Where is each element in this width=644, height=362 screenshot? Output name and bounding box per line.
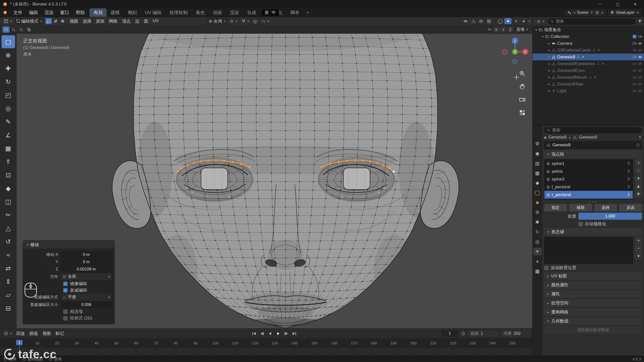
tool-annotate[interactable]: ✎ — [2, 115, 15, 128]
mode-subtract-button[interactable] — [18, 26, 25, 33]
editor-type-button[interactable]: ▾ — [2, 18, 14, 24]
clear-sculpt-mask-button[interactable]: 清除雕刻遮罩数据 — [544, 326, 642, 334]
workspace-tab-3[interactable]: UV 编辑 — [141, 8, 166, 17]
workspace-tab-6[interactable]: 动画 — [209, 8, 226, 17]
panel-重构网格[interactable]: ▸重构网格 — [544, 308, 642, 316]
list-resize-grip[interactable]: ● ● ● — [544, 201, 642, 203]
tool-bevel[interactable]: ◆ — [2, 182, 15, 195]
shield-icon[interactable] — [636, 143, 640, 147]
viewport-menu-2[interactable]: 添加 — [94, 18, 107, 24]
panel-UV 贴图[interactable]: ▸UV 贴图 — [544, 272, 642, 280]
viewport-menu-3[interactable]: 网格 — [107, 18, 120, 24]
tool-cursor[interactable]: ⊕ — [2, 49, 15, 62]
frame-start-field[interactable]: 起始1 — [468, 330, 498, 337]
current-frame-field[interactable]: 1 — [441, 330, 458, 337]
play-reverse-button[interactable] — [266, 330, 274, 337]
timeline-menu-0[interactable]: 回放 — [14, 331, 27, 336]
vg-action-3[interactable]: 弃选 — [619, 204, 642, 211]
pivot-dropdown[interactable]: ▾ — [228, 19, 239, 24]
mode-intersect-button[interactable] — [25, 26, 32, 33]
operator-panel-title[interactable]: ▾移动 — [23, 241, 114, 249]
vertex-group-specials-button[interactable]: ▾ — [635, 175, 642, 182]
pin-icon[interactable] — [638, 135, 642, 139]
shading-material-preview-button[interactable]: ◑ — [512, 18, 519, 24]
outliner-row-Genesis9Eyes[interactable]: ▸Genesis9Eyes — [533, 67, 644, 74]
vertex-group-move-up-button[interactable]: ▲ — [635, 183, 642, 190]
overlays-button[interactable] — [477, 18, 485, 24]
properties-tab-object[interactable]: ■ — [533, 199, 542, 206]
outliner-row-Genesis9Mouth[interactable]: ▸Genesis9Mouth — [533, 74, 644, 81]
menu-4[interactable]: 帮助 — [72, 8, 88, 17]
blender-logo-icon[interactable] — [3, 2, 8, 7]
toggle-投射式 (2D)[interactable] — [63, 316, 68, 321]
falloff-dropdown[interactable]: ▾ — [260, 19, 271, 24]
toggle-衰减编辑[interactable]: ✓ — [63, 288, 68, 293]
tool-shear[interactable]: ▱ — [2, 288, 15, 301]
tool-transform[interactable]: ◎ — [2, 102, 15, 115]
minimize-button[interactable]: ─ — [591, 0, 609, 8]
mode-extend-button[interactable] — [10, 26, 17, 33]
vertex-group-row[interactable]: ▤l_pectoral — [544, 183, 633, 191]
tool-rip-region[interactable]: ⊟ — [2, 302, 15, 315]
viewport-menu-4[interactable]: 顶点 — [120, 18, 133, 24]
workspace-tab-0[interactable]: 布局 — [90, 8, 107, 17]
timeline-menu-1[interactable]: 插值 — [27, 331, 40, 336]
panel-纹理空间[interactable]: ▸纹理空间 — [544, 299, 642, 307]
properties-tab-modifiers[interactable]: ⚙ — [533, 208, 542, 216]
vertex-group-row[interactable]: ▤pelvis — [544, 167, 633, 175]
mode-new-button[interactable] — [3, 26, 10, 33]
shape-key-specials-button[interactable]: ▾ — [635, 253, 642, 259]
outliner-row-Light[interactable]: ▸Light — [533, 87, 644, 94]
timeline-menu-2[interactable]: 视图 — [40, 331, 53, 336]
frame-end-field[interactable]: 结束250 — [501, 330, 530, 337]
workspace-tab-7[interactable]: 渲染 — [226, 8, 243, 17]
properties-tab-data[interactable]: ▼ — [533, 248, 542, 255]
properties-tab-view-layer[interactable]: ▦ — [533, 169, 542, 177]
hand-button[interactable] — [518, 82, 527, 91]
xray-button[interactable] — [485, 18, 492, 24]
vertex-group-add-button[interactable]: + — [635, 159, 642, 166]
gizmo-button[interactable] — [470, 18, 477, 24]
properties-tab-output[interactable]: ▤ — [533, 159, 542, 167]
shape-key-add-button[interactable]: + — [635, 237, 642, 244]
falloff-select[interactable]: 平滑▾ — [61, 294, 112, 301]
outliner-row-G9EyebrowCards[interactable]: ▸G9EyebrowCards — [533, 47, 644, 54]
toggle-镜像编辑[interactable]: ✓ — [63, 282, 68, 286]
id-name-field[interactable]: Genesis9 — [544, 141, 642, 149]
jump-start-button[interactable] — [250, 330, 258, 337]
timeline-ruler[interactable]: 1 10203040506070809010011012013014015016… — [0, 338, 532, 347]
outliner-row-Genesis9Eyelashes[interactable]: ▸Genesis9Eyelashes — [533, 60, 644, 67]
viewport-canvas[interactable]: ▢⊕✚↻◰◎✎∠▦⇑⊡◆◫✂△↺≈⇄⇕▱⊟ 正交前视图 (1) Genesis9… — [0, 34, 532, 328]
vertex-group-remove-button[interactable]: − — [635, 167, 642, 174]
rest-position-checkbox[interactable] — [544, 266, 549, 270]
tool-inset-faces[interactable]: ⊡ — [2, 168, 15, 182]
properties-tab-material[interactable]: ● — [533, 257, 542, 265]
workspace-tab-5[interactable]: 着色 — [192, 8, 209, 17]
tool-measure[interactable]: ∠ — [2, 128, 15, 142]
orientation-dropdown[interactable]: 全局 ▾ — [207, 18, 228, 25]
blender-menu-icon[interactable] — [0, 10, 10, 15]
workspace-tab-10[interactable]: 脚本 — [286, 8, 303, 17]
viewport-menu-1[interactable]: 选择 — [80, 18, 94, 24]
properties-search-input[interactable]: 搜索 — [544, 127, 642, 133]
tool-spin[interactable]: ↺ — [2, 235, 15, 248]
tool-rotate[interactable]: ↻ — [2, 75, 15, 88]
tool-smooth[interactable]: ≈ — [2, 248, 15, 261]
falloff-size-field[interactable]: 0.006 — [61, 301, 112, 308]
vg-action-0[interactable]: 指定 — [544, 204, 567, 211]
vg-action-1[interactable]: 移除 — [569, 204, 592, 211]
snap-toggle[interactable]: ▾ — [240, 19, 251, 24]
vertex-group-row[interactable]: ▤spine1 — [544, 160, 633, 167]
play-button[interactable] — [274, 330, 282, 337]
tool-poly-build[interactable]: △ — [2, 222, 15, 235]
move-field-value[interactable]: 0 m — [61, 251, 112, 258]
viewport-menu-6[interactable]: 面 — [142, 18, 150, 24]
tool-select-box[interactable]: ▢ — [2, 35, 15, 48]
weight-slider[interactable]: 1.000 — [578, 213, 642, 220]
toggle-相连项[interactable] — [63, 309, 68, 314]
add-workspace-button[interactable]: + — [303, 8, 312, 17]
properties-tab-tool[interactable]: ⚙ — [533, 140, 542, 148]
next-keyframe-button[interactable] — [283, 330, 290, 337]
properties-tab-render[interactable]: ◉ — [533, 150, 542, 157]
mirror-z-button[interactable]: Z — [507, 26, 513, 32]
